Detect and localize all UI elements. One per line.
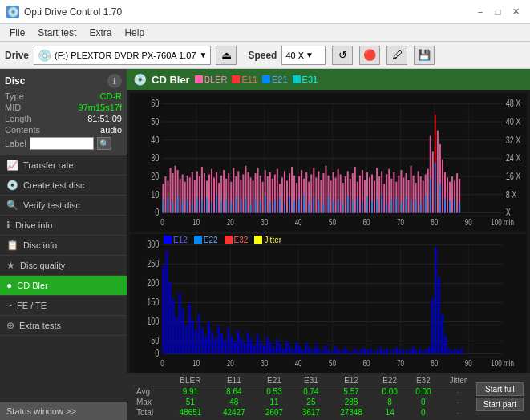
disc-contents-row: Contents audio	[5, 125, 122, 135]
minimize-button[interactable]: −	[472, 4, 488, 20]
svg-rect-123	[359, 176, 361, 213]
label-input[interactable]	[30, 137, 94, 150]
disc-mid-row: MID 97m15s17f	[5, 103, 122, 112]
app-title: Opti Drive Control 1.70	[24, 6, 122, 18]
svg-rect-353	[457, 350, 459, 353]
max-e11: 48	[212, 397, 256, 407]
close-button[interactable]: ✕	[508, 4, 524, 20]
total-e32: 0	[407, 407, 440, 418]
svg-rect-185	[260, 201, 261, 213]
sidebar-item-disc-quality[interactable]: ★ Disc quality	[0, 256, 127, 276]
menu-help[interactable]: Help	[118, 26, 151, 40]
verify-test-disc-icon: 🔍	[6, 200, 18, 211]
svg-rect-338	[409, 349, 411, 353]
svg-rect-219	[425, 196, 427, 212]
max-e31: 25	[293, 397, 330, 407]
svg-rect-174	[206, 198, 208, 213]
svg-rect-182	[245, 198, 246, 213]
disc-read-button[interactable]: 🔴	[359, 46, 380, 65]
drive-selector[interactable]: 💿 (F:) PLEXTOR DVDR PX-760A 1.07 ▼	[34, 46, 211, 65]
sidebar-item-label-fe-te: FE / TE	[17, 301, 47, 310]
legend-e12-dot	[164, 236, 172, 244]
sidebar-item-fe-te[interactable]: ~ FE / TE	[0, 296, 127, 316]
sidebar-item-transfer-rate[interactable]: 📈 Transfer rate	[0, 155, 127, 176]
svg-rect-65	[218, 183, 220, 212]
stats-section: BLER E11 E21 E31 E12 E22 E32 Jitter Avg	[127, 373, 530, 420]
maximize-button[interactable]: □	[490, 4, 506, 20]
svg-rect-113	[335, 177, 337, 212]
total-e11: 42427	[212, 407, 256, 418]
sidebar-item-create-test-disc[interactable]: 💿 Create test disc	[0, 176, 127, 196]
svg-rect-352	[454, 348, 456, 353]
legend-bler: BLER	[195, 75, 228, 84]
legend-e12: E12	[164, 236, 188, 244]
status-window-button[interactable]: Status window >>	[0, 402, 127, 420]
drive-bar: Drive 💿 (F:) PLEXTOR DVDR PX-760A 1.07 ▼…	[0, 42, 530, 69]
svg-rect-166	[167, 198, 168, 213]
sidebar-item-label-create-test-disc: Create test disc	[23, 180, 84, 190]
save-button[interactable]: 💾	[414, 46, 435, 65]
svg-rect-317	[341, 351, 343, 353]
sidebar-item-verify-test-disc[interactable]: 🔍 Verify test disc	[0, 196, 127, 216]
stats-buttons: Start full Start part	[476, 375, 524, 418]
svg-rect-79	[253, 180, 254, 212]
menu-start-test[interactable]: Start test	[31, 26, 83, 40]
legend-e11-label: E11	[241, 75, 257, 84]
svg-rect-333	[392, 349, 394, 353]
svg-text:150: 150	[147, 297, 159, 308]
start-part-button[interactable]: Start part	[476, 398, 524, 411]
svg-rect-267	[179, 293, 181, 353]
cd-bler-icon: ●	[6, 280, 12, 291]
label-search-button[interactable]: 🔍	[97, 137, 111, 150]
legend-e32-label: E32	[234, 236, 249, 244]
svg-text:250: 250	[147, 258, 159, 269]
svg-text:30: 30	[151, 152, 159, 164]
svg-text:30: 30	[261, 358, 268, 368]
transfer-rate-icon: 📈	[6, 160, 18, 171]
sidebar-item-disc-info[interactable]: 📋 Disc info	[0, 236, 127, 256]
length-value: 81:51.09	[87, 114, 122, 123]
svg-rect-323	[360, 349, 362, 353]
svg-rect-287	[243, 343, 245, 353]
svg-rect-69	[228, 173, 229, 212]
svg-text:100 min: 100 min	[491, 358, 514, 368]
svg-rect-277	[211, 331, 213, 353]
svg-rect-192	[293, 201, 295, 213]
svg-rect-313	[327, 349, 330, 353]
svg-rect-341	[419, 348, 421, 353]
refresh-button[interactable]: ↺	[332, 46, 353, 65]
disc-write-button[interactable]: 🖊	[386, 46, 407, 65]
stats-header-jitter: Jitter	[440, 375, 476, 386]
svg-rect-209	[376, 199, 378, 212]
svg-rect-109	[325, 166, 326, 213]
svg-text:50: 50	[329, 217, 336, 227]
content-area: 💿 CD Bler BLER E11 E21 E31	[127, 69, 530, 420]
svg-rect-93	[286, 180, 288, 212]
svg-rect-224	[449, 201, 451, 213]
total-e22: 14	[373, 407, 407, 418]
menu-file[interactable]: File	[3, 26, 31, 40]
legend-e21-dot	[262, 75, 270, 83]
disc-info-icon[interactable]: ℹ	[107, 74, 122, 88]
sidebar-item-drive-info[interactable]: ℹ Drive info	[0, 216, 127, 236]
svg-rect-184	[255, 199, 257, 212]
menu-extra[interactable]: Extra	[83, 26, 118, 40]
type-value: CD-R	[100, 91, 123, 101]
svg-text:60: 60	[362, 358, 370, 368]
svg-rect-59	[204, 173, 205, 212]
svg-rect-47	[175, 166, 176, 213]
eject-button[interactable]: ⏏	[216, 46, 237, 65]
sidebar-item-label-drive-info: Drive info	[15, 220, 52, 230]
extra-tests-icon: ⊕	[6, 320, 14, 331]
sidebar-item-extra-tests[interactable]: ⊕ Extra tests	[0, 316, 127, 336]
svg-rect-220	[430, 179, 431, 213]
svg-rect-159	[447, 177, 448, 212]
speed-selector[interactable]: 40 X ▼	[281, 46, 326, 65]
start-full-button[interactable]: Start full	[476, 382, 524, 396]
svg-rect-290	[253, 345, 256, 353]
svg-rect-139	[398, 176, 399, 213]
svg-rect-167	[172, 202, 174, 212]
svg-rect-204	[352, 200, 354, 212]
sidebar-item-cd-bler[interactable]: ● CD Bler	[0, 276, 127, 296]
legend-e11: E11	[232, 75, 257, 84]
